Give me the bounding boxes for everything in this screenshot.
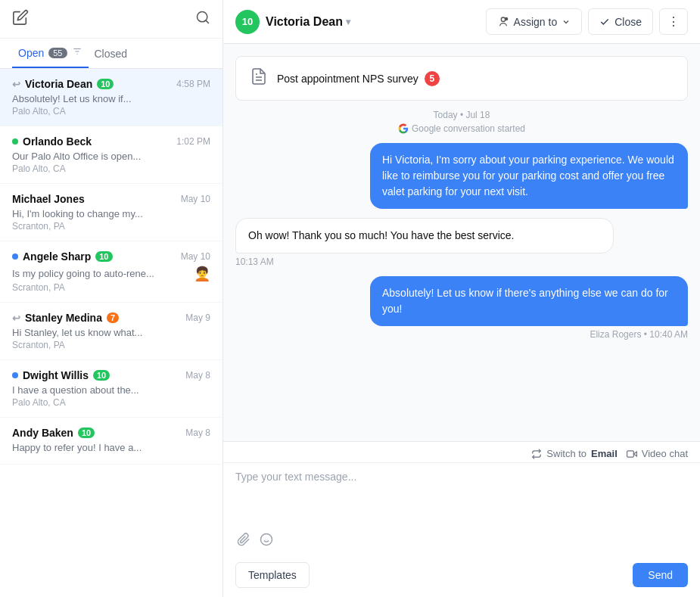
sidebar: Open 55 Closed ↩ Victoria Dean 10 4:58 P… — [0, 0, 223, 597]
chat-area: Post appointment NPS survey 5 Today • Ju… — [223, 44, 700, 441]
conv-location: Scranton, PA — [12, 221, 210, 232]
topbar-actions: Assign to Close ⋮ — [486, 8, 688, 35]
conv-location: Palo Alto, CA — [12, 106, 210, 117]
message-badge: 10 — [78, 428, 95, 438]
contact-name: Angele Sharp — [23, 250, 91, 263]
message-badge: 7 — [107, 312, 119, 323]
contact-name: Dwight Willis — [23, 369, 89, 381]
conv-preview: Hi, I'm looking to change my... — [12, 208, 210, 219]
close-button[interactable]: Close — [588, 8, 653, 35]
svg-rect-10 — [627, 450, 633, 456]
tab-closed-label: Closed — [95, 48, 128, 60]
svg-point-6 — [505, 17, 507, 20]
conversation-item[interactable]: ↩ Stanley Medina 7 May 9 Hi Stanley, let… — [0, 303, 222, 360]
switch-email-label: Switch to — [546, 448, 586, 459]
conv-preview: Absolutely! Let us know if... — [12, 93, 210, 104]
survey-title: Post appointment NPS survey 5 — [277, 71, 440, 86]
contact-name: Andy Baken — [12, 427, 73, 439]
conversation-item[interactable]: Dwight Willis 10 May 8 I have a question… — [0, 360, 222, 418]
survey-banner[interactable]: Post appointment NPS survey 5 — [235, 56, 688, 101]
assign-button[interactable]: Assign to — [486, 8, 583, 35]
conv-preview: Hi Stanley, let us know what... — [12, 327, 210, 338]
topbar: 10 Victoria Dean ▾ Assign to Close ⋮ — [223, 0, 700, 44]
google-label: Google conversation started — [398, 123, 525, 134]
contact-name: Victoria Dean — [25, 78, 92, 90]
contact-name: Orlando Beck — [23, 135, 92, 148]
message-agent: Eliza Rogers • 10:40 AM — [590, 329, 688, 340]
conv-preview: I have a question about the... — [12, 384, 210, 396]
conv-preview: Our Palo Alto Office is open... — [12, 151, 210, 162]
message-input-wrap — [223, 463, 700, 527]
message-bubble: Hi Victoria, I'm sorry about your parkin… — [370, 143, 688, 209]
tab-closed[interactable]: Closed — [89, 39, 134, 68]
more-button[interactable]: ⋮ — [659, 8, 688, 35]
message-bubble: Absolutely! Let us know if there's anyth… — [370, 276, 688, 326]
topbar-left: 10 Victoria Dean ▾ — [235, 10, 350, 34]
svg-point-11 — [261, 534, 272, 546]
svg-marker-9 — [633, 452, 636, 456]
main-panel: 10 Victoria Dean ▾ Assign to Close ⋮ — [223, 0, 700, 597]
send-button[interactable]: Send — [633, 563, 688, 587]
date-divider: Today • Jul 18 Google conversation start… — [235, 110, 688, 134]
message-outgoing: Hi Victoria, I'm sorry about your parkin… — [235, 143, 688, 209]
attachment-button[interactable] — [235, 531, 252, 552]
status-dot — [12, 138, 18, 145]
input-bottom-bar: Templates Send — [223, 556, 700, 597]
message-bubble: Oh wow! Thank you so much! You have the … — [235, 218, 614, 253]
assign-avatar: 🧑‍🦱 — [194, 266, 210, 282]
tab-open[interactable]: Open 55 — [12, 39, 89, 68]
message-incoming: Oh wow! Thank you so much! You have the … — [235, 218, 688, 267]
video-chat-button[interactable]: Video chat — [627, 448, 688, 459]
conversation-item[interactable]: ↩ Victoria Dean 10 4:58 PM Absolutely! L… — [0, 69, 222, 126]
message-badge: 10 — [95, 251, 112, 262]
message-badge: 10 — [97, 79, 114, 89]
conv-time: May 10 — [181, 194, 210, 204]
tab-bar: Open 55 Closed — [0, 39, 222, 69]
status-dot — [12, 372, 18, 378]
conv-time: May 8 — [185, 428, 210, 438]
contact-name-header[interactable]: Victoria Dean ▾ — [266, 15, 350, 29]
avatar: 10 — [235, 10, 260, 34]
open-badge: 55 — [48, 48, 67, 58]
templates-button[interactable]: Templates — [235, 562, 310, 588]
tab-open-label: Open — [18, 47, 44, 59]
reply-icon: ↩ — [12, 312, 20, 324]
reply-icon: ↩ — [12, 79, 20, 90]
conv-time: May 9 — [185, 312, 210, 323]
conv-preview: Happy to refer you! I have a... — [12, 442, 210, 453]
input-toolbar — [223, 527, 700, 556]
conversation-item[interactable]: Michael Jones May 10 Hi, I'm looking to … — [0, 184, 222, 241]
conv-time: 1:02 PM — [176, 136, 210, 147]
conv-location: Scranton, PA — [12, 340, 210, 350]
conv-location: Scranton, PA — [12, 282, 210, 293]
survey-icon — [250, 67, 268, 89]
search-icon[interactable] — [195, 10, 210, 28]
conv-time: 4:58 PM — [176, 79, 210, 89]
conversation-item[interactable]: Orlando Beck 1:02 PM Our Palo Alto Offic… — [0, 126, 222, 184]
conversation-item[interactable]: Angele Sharp 10 May 10 Is my policy goin… — [0, 241, 222, 303]
compose-icon[interactable] — [12, 9, 29, 29]
message-outgoing: Absolutely! Let us know if there's anyth… — [235, 276, 688, 340]
input-area: Switch to Email Video chat Templates Sen… — [223, 441, 700, 597]
sidebar-header — [0, 0, 222, 39]
message-badge: 10 — [93, 370, 110, 381]
dropdown-arrow: ▾ — [346, 17, 350, 27]
survey-count: 5 — [425, 71, 440, 86]
emoji-button[interactable] — [258, 531, 275, 552]
filter-icon[interactable] — [72, 46, 82, 59]
message-time: 10:13 AM — [235, 257, 688, 267]
conv-location: Palo Alto, CA — [12, 163, 210, 174]
message-input[interactable] — [235, 471, 688, 516]
conv-location: Palo Alto, CA — [12, 397, 210, 408]
contact-name: Michael Jones — [12, 193, 85, 205]
conv-time: May 10 — [181, 251, 210, 262]
input-top-actions: Switch to Email Video chat — [223, 442, 700, 463]
svg-line-1 — [206, 20, 209, 23]
contact-name: Stanley Medina — [25, 312, 102, 324]
switch-email-button[interactable]: Switch to Email — [531, 448, 617, 459]
status-dot — [12, 253, 18, 260]
conv-time: May 8 — [185, 370, 210, 381]
conversation-item[interactable]: Andy Baken 10 May 8 Happy to refer you! … — [0, 418, 222, 465]
conv-preview: Is my policy going to auto-rene... — [12, 268, 154, 279]
conversation-list: ↩ Victoria Dean 10 4:58 PM Absolutely! L… — [0, 69, 222, 597]
